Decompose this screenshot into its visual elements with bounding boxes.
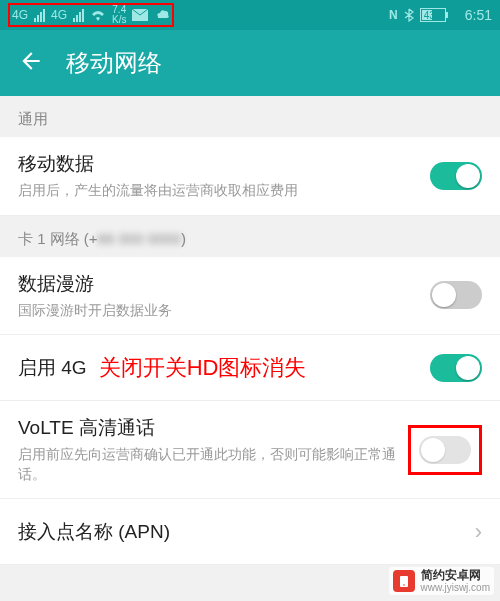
mobile-data-title: 移动数据 (18, 151, 430, 177)
mobile-data-toggle[interactable] (430, 162, 482, 190)
signal-icon-2 (73, 8, 84, 22)
svg-point-5 (403, 584, 405, 586)
annotation-box (408, 425, 482, 475)
network-speed: 7.4 K/s (112, 5, 126, 25)
watermark-logo-icon (393, 570, 415, 592)
apn-title: 接入点名称 (APN) (18, 519, 467, 545)
phone-number-blurred: 86 000 0000 (98, 230, 181, 247)
status-left: 4G 4G 7.4 K/s (8, 3, 174, 27)
volte-sub: 启用前应先向运营商确认已开通此功能，否则可能影响正常通话。 (18, 445, 408, 484)
network-type-2: 4G (51, 8, 67, 22)
back-icon[interactable] (18, 48, 44, 78)
mobile-data-sub: 启用后，产生的流量将由运营商收取相应费用 (18, 181, 430, 201)
app-bar: 移动网络 (0, 30, 500, 96)
roaming-title: 数据漫游 (18, 271, 430, 297)
network-type-1: 4G (12, 8, 28, 22)
page-title: 移动网络 (66, 47, 162, 79)
volte-toggle[interactable] (419, 436, 471, 464)
row-volte[interactable]: VoLTE 高清通话 启用前应先向运营商确认已开通此功能，否则可能影响正常通话。 (0, 401, 500, 499)
roaming-sub: 国际漫游时开启数据业务 (18, 301, 430, 321)
volte-title: VoLTE 高清通话 (18, 415, 408, 441)
section-general-header: 通用 (0, 96, 500, 137)
wifi-icon (90, 9, 106, 21)
row-enable-4g[interactable]: 启用 4G 关闭开关HD图标消失 (0, 335, 500, 401)
watermark-url: www.jyiswj.com (421, 582, 490, 593)
status-right: N 43 6:51 (389, 7, 492, 23)
nfc-icon: N (389, 8, 398, 22)
annotation-text: 关闭开关HD图标消失 (99, 353, 307, 383)
svg-rect-2 (446, 12, 448, 18)
chevron-right-icon: › (475, 519, 482, 545)
roaming-toggle[interactable] (430, 281, 482, 309)
status-time: 6:51 (465, 7, 492, 23)
row-data-roaming[interactable]: 数据漫游 国际漫游时开启数据业务 (0, 257, 500, 336)
section-card1-header: 卡 1 网络 (+86 000 0000) (0, 216, 500, 257)
enable-4g-title: 启用 4G (18, 355, 87, 381)
weather-icon (154, 7, 170, 24)
row-mobile-data[interactable]: 移动数据 启用后，产生的流量将由运营商收取相应费用 (0, 137, 500, 216)
battery-icon: 43 (420, 8, 459, 22)
bluetooth-icon (404, 8, 414, 22)
row-apn[interactable]: 接入点名称 (APN) › (0, 499, 500, 565)
enable-4g-toggle[interactable] (430, 354, 482, 382)
mail-icon (132, 9, 148, 21)
watermark: 简约安卓网 www.jyiswj.com (389, 567, 494, 595)
watermark-name: 简约安卓网 (421, 569, 490, 582)
status-bar: 4G 4G 7.4 K/s N 43 6:51 (0, 0, 500, 30)
signal-icon-1 (34, 8, 45, 22)
